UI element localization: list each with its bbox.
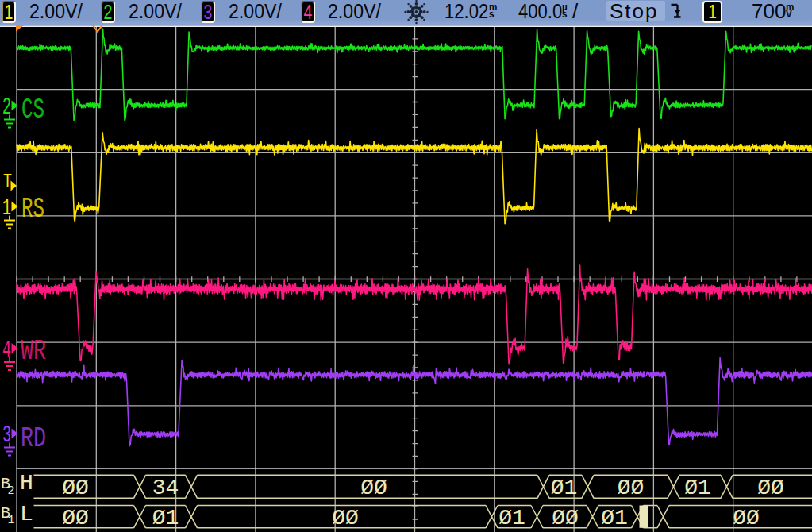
svg-text:1: 1 bbox=[8, 514, 15, 527]
svg-text:ØØ: ØØ bbox=[360, 476, 387, 500]
svg-text:ØØ: ØØ bbox=[552, 506, 579, 530]
svg-text:2: 2 bbox=[8, 484, 15, 498]
svg-text:T: T bbox=[3, 170, 12, 194]
svg-text:Ø1: Ø1 bbox=[601, 506, 628, 530]
svg-text:ØØ: ØØ bbox=[332, 506, 359, 530]
svg-text:RS: RS bbox=[21, 192, 44, 226]
svg-text:ØØ: ØØ bbox=[62, 506, 89, 530]
svg-text:L: L bbox=[20, 502, 33, 526]
svg-text:WR: WR bbox=[21, 334, 46, 368]
svg-text:Ø1: Ø1 bbox=[551, 476, 578, 500]
svg-text:H: H bbox=[20, 471, 33, 495]
svg-text:ØØ: ØØ bbox=[62, 476, 89, 500]
svg-text:Ø1: Ø1 bbox=[498, 506, 525, 530]
svg-text:34: 34 bbox=[152, 476, 179, 500]
svg-text:CS: CS bbox=[21, 93, 44, 126]
svg-text:Ø1: Ø1 bbox=[684, 476, 711, 500]
svg-text:ØØ: ØØ bbox=[733, 506, 760, 530]
svg-text:Ø1: Ø1 bbox=[152, 506, 179, 530]
svg-text:ØØ: ØØ bbox=[757, 476, 784, 500]
svg-text:ØØ: ØØ bbox=[618, 476, 645, 500]
svg-text:RD: RD bbox=[21, 422, 46, 455]
